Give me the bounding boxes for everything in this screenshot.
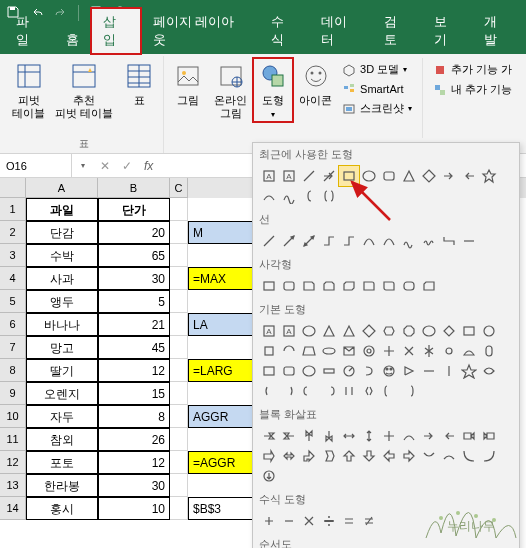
shape-arrow-3[interactable] <box>319 426 339 446</box>
cell[interactable]: 홍시 <box>26 497 98 520</box>
cell[interactable] <box>170 221 188 244</box>
shape-arrow-2[interactable] <box>299 426 319 446</box>
shape-star[interactable] <box>479 166 499 186</box>
shape-basic-17[interactable] <box>359 341 379 361</box>
row-header[interactable]: 6 <box>0 313 26 336</box>
shape-arrow-19[interactable] <box>399 446 419 466</box>
shape-basic-5[interactable] <box>359 321 379 341</box>
shape-text-box[interactable]: A <box>259 166 279 186</box>
cell[interactable]: 12 <box>98 451 170 474</box>
shape-rounded-rect[interactable] <box>379 166 399 186</box>
table-button[interactable]: 표 <box>119 58 159 109</box>
row-header[interactable]: 14 <box>0 497 26 520</box>
row-header[interactable]: 8 <box>0 359 26 382</box>
cell[interactable] <box>170 497 188 520</box>
shape-basic-26[interactable] <box>299 361 319 381</box>
shape-arrow-8[interactable] <box>419 426 439 446</box>
shape-arrow-10[interactable] <box>459 426 479 446</box>
online-picture-button[interactable]: 온라인 그림 <box>210 58 251 122</box>
shape-arrow-7[interactable] <box>399 426 419 446</box>
shape-basic-37[interactable] <box>279 381 299 401</box>
shape-equal[interactable] <box>339 511 359 531</box>
shape-basic-32[interactable] <box>419 361 439 381</box>
shape-arrow-11[interactable] <box>479 426 499 446</box>
shape-basic-8[interactable] <box>419 321 439 341</box>
shape-basic-21[interactable] <box>439 341 459 361</box>
shape-basic-2[interactable] <box>299 321 319 341</box>
shape-basic-12[interactable] <box>259 341 279 361</box>
shape-basic-29[interactable] <box>359 361 379 381</box>
shape-arrow-18[interactable] <box>379 446 399 466</box>
recommended-pivot-button[interactable]: 추천 피벗 테이블 <box>51 58 117 122</box>
cell[interactable] <box>170 474 188 497</box>
shape-round-rect[interactable] <box>279 276 299 296</box>
shape-basic-33[interactable] <box>439 361 459 381</box>
row-header[interactable]: 3 <box>0 244 26 267</box>
cell[interactable] <box>170 244 188 267</box>
row-header[interactable]: 11 <box>0 428 26 451</box>
cell[interactable]: =MAX <box>188 267 256 290</box>
cell[interactable]: =AGGR <box>188 451 256 474</box>
fx-icon[interactable]: fx <box>138 159 159 173</box>
cell[interactable]: 오렌지 <box>26 382 98 405</box>
shape-arrow-20[interactable] <box>419 446 439 466</box>
shape-arrow-4[interactable] <box>339 426 359 446</box>
cell[interactable]: 단가 <box>98 198 170 221</box>
shape-arrow-16[interactable] <box>339 446 359 466</box>
shape-arrow-15[interactable] <box>319 446 339 466</box>
row-header[interactable]: 7 <box>0 336 26 359</box>
cancel-formula-icon[interactable]: ✕ <box>94 159 116 173</box>
shape-line-arrow[interactable] <box>279 231 299 251</box>
shape-round-single[interactable] <box>359 276 379 296</box>
shape-basic-24[interactable] <box>259 361 279 381</box>
shape-basic-19[interactable] <box>399 341 419 361</box>
shape-triangle[interactable] <box>399 166 419 186</box>
shape-basic-1[interactable]: A <box>279 321 299 341</box>
tab-formulas[interactable]: 수식 <box>259 8 309 54</box>
shape-elbow[interactable] <box>319 231 339 251</box>
shape-arrow-14[interactable] <box>299 446 319 466</box>
cell[interactable]: 참외 <box>26 428 98 451</box>
cell[interactable]: 5 <box>98 290 170 313</box>
cell[interactable] <box>170 359 188 382</box>
shape-basic-40[interactable] <box>339 381 359 401</box>
shape-curve-arrow[interactable] <box>379 231 399 251</box>
shape-arrow-23[interactable] <box>479 446 499 466</box>
shape-diamond[interactable] <box>419 166 439 186</box>
shape-line[interactable] <box>259 231 279 251</box>
cell[interactable]: LA <box>188 313 256 336</box>
shape-arrow-9[interactable] <box>439 426 459 446</box>
cell[interactable]: 수박 <box>26 244 98 267</box>
cell[interactable]: 포토 <box>26 451 98 474</box>
shape-basic-20[interactable] <box>419 341 439 361</box>
shape-rectangle[interactable] <box>339 166 359 186</box>
shape-diag-corner[interactable] <box>339 276 359 296</box>
shape-rect[interactable] <box>259 276 279 296</box>
shape-single-corner[interactable] <box>299 276 319 296</box>
my-addins-button[interactable]: 내 추가 기능 <box>429 80 516 99</box>
cell[interactable]: 45 <box>98 336 170 359</box>
shape-arrow-22[interactable] <box>459 446 479 466</box>
shape-basic-28[interactable] <box>339 361 359 381</box>
cell[interactable] <box>170 405 188 428</box>
shape-basic-0[interactable]: A <box>259 321 279 341</box>
picture-button[interactable]: 그림 <box>168 58 208 109</box>
row-header[interactable]: 1 <box>0 198 26 221</box>
shape-plus[interactable] <box>259 511 279 531</box>
cell[interactable] <box>170 267 188 290</box>
shape-basic-35[interactable] <box>479 361 499 381</box>
smartart-button[interactable]: SmartArt <box>338 80 416 98</box>
shape-round-diag[interactable] <box>379 276 399 296</box>
shape-two-corner[interactable] <box>319 276 339 296</box>
row-header[interactable]: 10 <box>0 405 26 428</box>
row-header[interactable]: 13 <box>0 474 26 497</box>
shape-line-arrow[interactable] <box>319 166 339 186</box>
shape-elbow-arrow[interactable] <box>339 231 359 251</box>
cell[interactable] <box>170 198 188 221</box>
cell[interactable] <box>170 451 188 474</box>
cell[interactable] <box>170 382 188 405</box>
shape-arrow-0[interactable] <box>259 426 279 446</box>
cell[interactable]: 26 <box>98 428 170 451</box>
row-header[interactable]: 9 <box>0 382 26 405</box>
shape-multiply[interactable] <box>299 511 319 531</box>
